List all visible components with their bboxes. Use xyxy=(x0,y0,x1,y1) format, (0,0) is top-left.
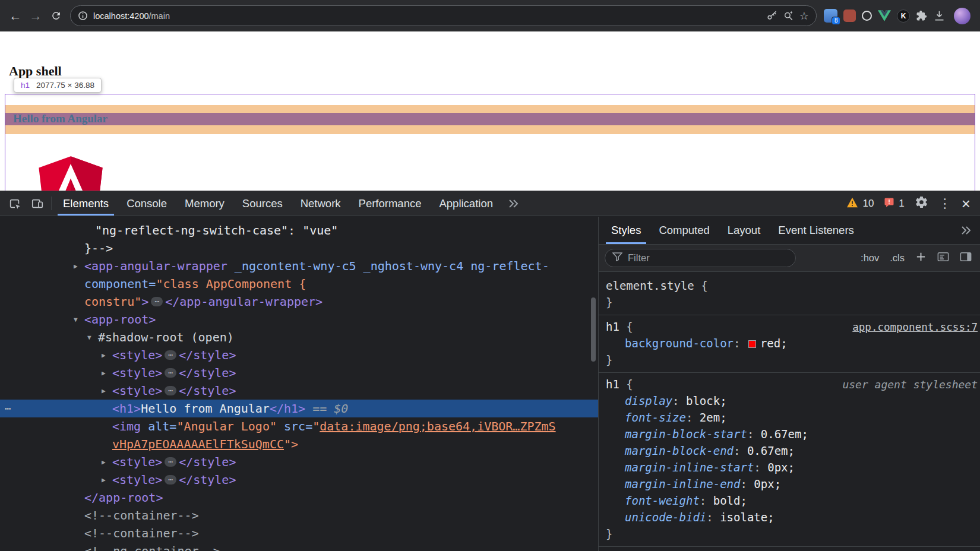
tree-row[interactable]: <!--ng-container--> xyxy=(0,542,598,551)
css-property-name[interactable]: font-size xyxy=(625,411,686,424)
tree-row[interactable]: }--> xyxy=(0,239,598,257)
close-icon[interactable]: × xyxy=(962,196,970,211)
styles-filter-field[interactable] xyxy=(605,249,796,267)
reload-icon[interactable] xyxy=(46,7,65,26)
elements-scrollbar[interactable] xyxy=(591,297,596,362)
css-property-name[interactable]: background-color xyxy=(625,337,734,350)
css-property-row[interactable]: margin-block-end: 0.67em; xyxy=(606,442,980,459)
tab-performance[interactable]: Performance xyxy=(350,191,431,216)
tree-row[interactable]: component="class AppComponent { xyxy=(0,275,598,293)
css-property-name[interactable]: margin-block-start xyxy=(625,428,747,441)
tree-row[interactable]: ▼<app-root> xyxy=(0,311,598,328)
warnings-button[interactable]: 10 xyxy=(846,197,874,210)
css-property-name[interactable]: font-weight xyxy=(625,494,700,507)
css-property-row[interactable]: margin-block-start: 0.67em; xyxy=(606,426,980,442)
tab-application[interactable]: Application xyxy=(430,191,502,216)
css-property-value[interactable]: 0.67em; xyxy=(761,428,808,441)
color-swatch[interactable] xyxy=(748,340,756,348)
new-style-rule-icon[interactable] xyxy=(915,251,927,265)
disclosure-arrow-icon[interactable]: ▶ xyxy=(102,454,112,471)
extensions-puzzle-icon[interactable] xyxy=(916,10,927,21)
css-property-row[interactable]: margin-inline-end: 0px; xyxy=(606,476,980,492)
tree-row[interactable]: ▶<style>⋯</style> xyxy=(0,346,598,364)
collapsed-content-icon[interactable]: ⋯ xyxy=(165,368,176,378)
computed-styles-sidebar-icon[interactable] xyxy=(937,252,949,264)
password-key-icon[interactable] xyxy=(766,10,777,21)
css-property-row[interactable]: margin-inline-start: 0px; xyxy=(606,459,980,476)
tree-row[interactable]: ▶<style>⋯</style> xyxy=(0,364,598,382)
back-icon[interactable]: ← xyxy=(6,7,25,26)
css-property-row[interactable]: display: block; xyxy=(606,392,980,409)
css-property-value[interactable]: 0px; xyxy=(767,461,795,474)
tree-row[interactable]: constru">⋯</app-angular-wrapper> xyxy=(0,293,598,311)
styles-tab-computed[interactable]: Computed xyxy=(650,217,718,244)
row-actions-icon[interactable]: ⋯ xyxy=(5,400,12,417)
download-icon[interactable] xyxy=(933,10,946,22)
css-property-value[interactable]: isolate; xyxy=(720,511,774,524)
css-property-value[interactable]: red; xyxy=(760,337,788,350)
disclosure-arrow-icon[interactable]: ▶ xyxy=(102,471,112,489)
tab-memory[interactable]: Memory xyxy=(176,191,233,216)
tree-row[interactable]: ▶<app-angular-wrapper _ngcontent-wny-c5 … xyxy=(0,257,598,275)
vue-devtools-icon[interactable] xyxy=(878,10,891,21)
url-text[interactable]: localhost:4200/main xyxy=(93,11,761,21)
disclosure-arrow-icon[interactable]: ▶ xyxy=(102,347,112,365)
address-bar[interactable]: localhost:4200/main ☆ xyxy=(70,5,817,26)
collapsed-content-icon[interactable]: ⋯ xyxy=(165,386,176,395)
code-link[interactable]: vHpA7pEOAAAAAElFTkSuQmCC xyxy=(112,437,284,451)
extension-ring-icon[interactable] xyxy=(862,11,872,21)
css-property-value[interactable]: block; xyxy=(686,394,727,407)
css-property-name[interactable]: display xyxy=(625,394,672,407)
tree-row[interactable]: ▶<style>⋯</style> xyxy=(0,471,598,489)
collapsed-content-icon[interactable]: ⋯ xyxy=(165,350,176,360)
collapsed-content-icon[interactable]: ⋯ xyxy=(165,475,176,484)
pseudo-state-button[interactable]: :hov xyxy=(861,252,879,264)
dock-sidebar-icon[interactable] xyxy=(960,252,972,264)
extension-k-icon[interactable]: K xyxy=(897,10,910,23)
disclosure-arrow-icon[interactable]: ▼ xyxy=(74,311,84,329)
code-link[interactable]: data:image/png;base64,iVBOR…ZPZmS xyxy=(320,419,555,433)
styles-tab-styles[interactable]: Styles xyxy=(602,217,650,244)
tree-row[interactable]: vHpA7pEOAAAAAElFTkSuQmCC"> xyxy=(0,435,598,453)
tab-network[interactable]: Network xyxy=(292,191,350,216)
css-property-value[interactable]: bold; xyxy=(713,494,747,507)
css-property-name[interactable]: margin-inline-start xyxy=(625,461,754,474)
more-styles-tabs-icon[interactable] xyxy=(960,217,980,244)
styles-filter-input[interactable] xyxy=(628,252,788,264)
inspect-element-icon[interactable] xyxy=(4,191,26,216)
tree-row[interactable]: </app-root> xyxy=(0,489,598,506)
site-info-icon[interactable] xyxy=(78,11,88,21)
styles-tab-layout[interactable]: Layout xyxy=(719,217,770,244)
css-property-name[interactable]: margin-inline-end xyxy=(625,477,740,490)
tree-row[interactable]: <!--container--> xyxy=(0,506,598,524)
css-property-name[interactable]: unicode-bidi xyxy=(625,511,706,524)
rule-selector[interactable]: element.style xyxy=(606,279,694,292)
collapsed-content-icon[interactable]: ⋯ xyxy=(151,297,163,306)
bookmark-star-icon[interactable]: ☆ xyxy=(799,11,809,21)
tree-row[interactable]: <img alt="Angular Logo" src="data:image/… xyxy=(0,417,598,435)
disclosure-arrow-icon[interactable]: ▼ xyxy=(87,329,98,347)
css-property-value[interactable]: 2em; xyxy=(700,411,727,424)
extension-blue-icon[interactable]: 8 xyxy=(824,9,837,23)
css-property-row[interactable]: unicode-bidi: isolate; xyxy=(606,509,980,525)
tree-row[interactable]: "ng-reflect-ng-switch-case": "vue" xyxy=(0,221,598,239)
disclosure-arrow-icon[interactable]: ▶ xyxy=(102,365,112,382)
css-property-value[interactable]: 0px; xyxy=(754,477,781,490)
search-lens-icon[interactable] xyxy=(783,10,794,21)
settings-gear-icon[interactable] xyxy=(915,195,928,211)
tree-row-selected[interactable]: ⋯<h1>Hello from Angular</h1> == $0 xyxy=(0,400,598,417)
element-classes-button[interactable]: .cls xyxy=(890,252,905,264)
tab-sources[interactable]: Sources xyxy=(233,191,292,216)
stylesheet-link[interactable]: app.component.scss:7 xyxy=(852,319,978,335)
kebab-menu-icon[interactable]: ⋮ xyxy=(938,197,951,210)
disclosure-arrow-icon[interactable]: ▶ xyxy=(102,382,112,400)
device-toolbar-icon[interactable] xyxy=(26,191,49,216)
rule-selector[interactable]: h1 xyxy=(606,378,619,391)
avatar[interactable] xyxy=(954,8,970,24)
forward-icon[interactable]: → xyxy=(26,7,45,26)
css-property-row[interactable]: font-size: 2em; xyxy=(606,409,980,426)
collapsed-content-icon[interactable]: ⋯ xyxy=(165,457,176,467)
styles-tab-event-listeners[interactable]: Event Listeners xyxy=(769,217,863,244)
extension-red-icon[interactable] xyxy=(843,10,856,22)
tree-row[interactable]: ▼#shadow-root (open) xyxy=(0,328,598,346)
